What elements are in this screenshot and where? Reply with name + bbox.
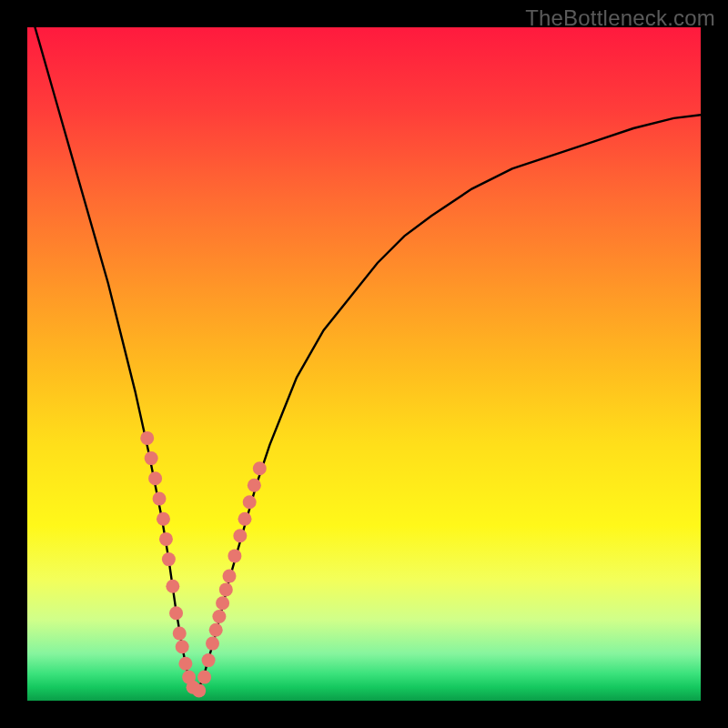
marker-dot <box>140 431 154 445</box>
marker-group <box>140 431 267 698</box>
plot-area <box>27 27 701 701</box>
marker-dot <box>238 512 252 526</box>
marker-dot <box>173 627 187 641</box>
marker-dot <box>157 512 170 526</box>
marker-dot <box>233 529 247 542</box>
marker-dot <box>166 580 179 593</box>
marker-dot <box>145 451 158 465</box>
marker-dot <box>219 582 233 596</box>
marker-dot <box>192 683 206 697</box>
marker-dot <box>148 471 162 485</box>
marker-dot <box>212 610 226 623</box>
curve-svg <box>27 27 701 701</box>
marker-dot <box>223 570 237 583</box>
marker-dot <box>228 549 241 562</box>
marker-dot <box>243 495 257 509</box>
marker-dot <box>253 461 267 475</box>
marker-dot <box>206 637 219 651</box>
watermark-text: TheBottleneck.com <box>525 5 715 31</box>
bottleneck-curve <box>27 27 701 694</box>
marker-dot <box>169 606 183 620</box>
marker-dot <box>248 479 261 492</box>
marker-dot <box>162 552 176 566</box>
marker-dot <box>159 532 173 546</box>
marker-dot <box>176 640 189 653</box>
marker-dot <box>197 671 211 684</box>
marker-dot <box>153 492 167 506</box>
marker-dot <box>216 596 229 610</box>
marker-dot <box>209 623 223 637</box>
marker-dot <box>178 657 192 671</box>
chart-frame: TheBottleneck.com <box>0 0 728 728</box>
marker-dot <box>202 653 216 667</box>
